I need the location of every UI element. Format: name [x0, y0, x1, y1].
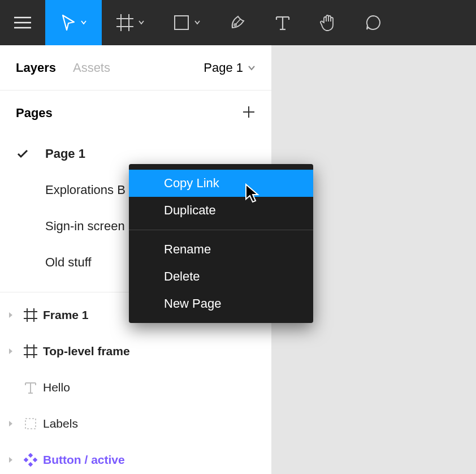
menu-item-duplicate[interactable]: Duplicate	[129, 197, 313, 224]
layer-label: Labels	[43, 417, 78, 430]
context-menu: Copy Link Duplicate Rename Delete New Pa…	[129, 164, 313, 323]
page-selector-label: Page 1	[204, 61, 243, 75]
hand-icon	[319, 14, 336, 32]
check-icon	[17, 149, 28, 158]
svg-rect-33	[24, 458, 28, 462]
disclosure-triangle-icon	[8, 312, 14, 318]
toolbar	[0, 0, 476, 45]
frame-tool-button[interactable]	[102, 0, 158, 45]
disclosure-triangle-icon	[8, 420, 14, 427]
text-icon	[275, 15, 290, 31]
disclosure-triangle-icon	[8, 348, 14, 355]
page-label: Sign-in screen	[45, 219, 125, 234]
page-label: Explorations B	[45, 183, 126, 197]
layer-label: Hello	[43, 381, 70, 394]
menu-item-delete[interactable]: Delete	[129, 263, 313, 290]
chevron-down-icon	[194, 20, 200, 25]
layer-label: Frame 1	[43, 308, 89, 322]
frame-icon	[24, 344, 37, 358]
hand-tool-button[interactable]	[305, 0, 350, 45]
tab-assets[interactable]: Assets	[73, 61, 110, 75]
pages-header: Pages	[0, 91, 271, 136]
page-label: Page 1	[45, 146, 85, 161]
text-icon	[24, 381, 37, 394]
chevron-down-icon	[81, 20, 86, 25]
move-tool-icon	[61, 14, 76, 31]
frame-icon	[116, 14, 133, 31]
chevron-down-icon	[248, 65, 256, 71]
layer-row-frame[interactable]: Top-level frame	[0, 333, 271, 369]
layer-row-text[interactable]: Hello	[0, 369, 271, 406]
pen-icon	[229, 14, 246, 31]
layer-row-component[interactable]: Button / active	[0, 442, 271, 474]
layer-label: Top-level frame	[43, 344, 130, 358]
svg-rect-31	[28, 453, 33, 458]
layer-label: Button / active	[43, 453, 125, 467]
sidebar-tabs: Layers Assets Page 1	[0, 45, 271, 91]
comment-tool-button[interactable]	[350, 0, 396, 45]
menu-item-new-page[interactable]: New Page	[129, 290, 313, 317]
disclosure-triangle-icon	[8, 456, 14, 463]
group-icon	[24, 417, 37, 430]
shape-tool-button[interactable]	[158, 0, 215, 45]
menu-item-copy-link[interactable]: Copy Link	[129, 170, 313, 197]
layer-row-group[interactable]: Labels	[0, 406, 271, 442]
text-tool-button[interactable]	[260, 0, 305, 45]
tab-layers[interactable]: Layers	[16, 61, 56, 75]
pen-tool-button[interactable]	[215, 0, 260, 45]
menu-button[interactable]	[0, 0, 45, 45]
menu-separator	[129, 230, 313, 230]
menu-icon	[14, 16, 31, 29]
svg-rect-7	[175, 16, 188, 29]
svg-line-9	[235, 19, 240, 25]
menu-item-rename[interactable]: Rename	[129, 236, 313, 263]
svg-rect-32	[28, 462, 33, 467]
page-selector[interactable]: Page 1	[204, 61, 256, 75]
pages-header-label: Pages	[16, 106, 53, 120]
add-page-button[interactable]	[242, 105, 256, 121]
frame-icon	[24, 308, 37, 322]
rectangle-icon	[174, 15, 189, 31]
chevron-down-icon	[139, 20, 144, 25]
move-tool-button[interactable]	[45, 0, 102, 45]
component-icon	[24, 453, 37, 467]
svg-rect-34	[33, 458, 37, 462]
svg-rect-30	[25, 419, 36, 429]
comment-icon	[365, 14, 382, 31]
plus-icon	[242, 105, 256, 119]
page-label: Old stuff	[45, 255, 92, 270]
